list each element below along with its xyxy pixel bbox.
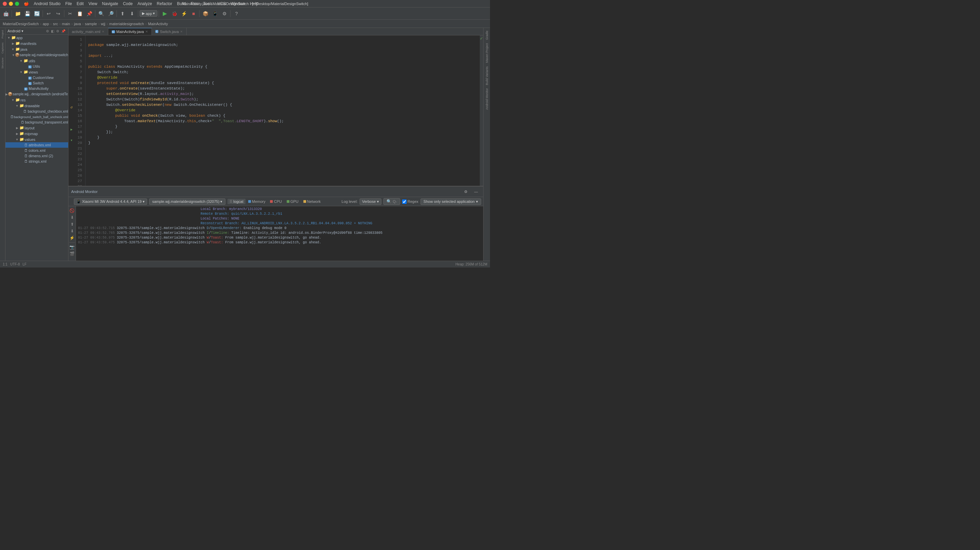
code-editor[interactable]: package sample.wjj.materialdesignswitch;… xyxy=(86,35,483,186)
log-level-selector[interactable]: Verbose ▾ xyxy=(360,199,381,205)
down-icon[interactable]: ⬇ xyxy=(70,228,75,234)
screenshot-icon[interactable]: 📷 xyxy=(69,244,75,250)
bc-sample[interactable]: sample xyxy=(85,22,97,26)
log-output[interactable]: Local Branch: mybranch/1313320 Remote Br… xyxy=(76,206,483,261)
maximize-button[interactable] xyxy=(15,2,19,6)
tab-activity-main-xml[interactable]: activity_main.xml ✕ xyxy=(68,28,108,35)
tree-item-bg-checkbox[interactable]: 🗒 background_checkbox.xml xyxy=(5,108,68,114)
tree-item-drawable[interactable]: ▼ 📁 drawable xyxy=(5,103,68,108)
toolbar-cut-btn[interactable]: ✂ xyxy=(66,9,75,18)
bottom-hide-btn[interactable]: — xyxy=(472,187,480,196)
up-icon[interactable]: ⬆ xyxy=(70,221,75,227)
log-tab-logcat[interactable]: ☰ logcat xyxy=(228,199,245,204)
bc-mainactivity[interactable]: MainActivity xyxy=(148,22,168,26)
toolbar-paste-btn[interactable]: 📌 xyxy=(85,9,94,18)
toolbar-redo-btn[interactable]: ↪ xyxy=(54,9,63,18)
tree-settings-icon[interactable]: ⚙ xyxy=(56,29,60,33)
tree-item-res[interactable]: ▼ 📁 res xyxy=(5,97,68,103)
tree-item-androidtest[interactable]: ▶ 📦 sample.wjj...designswitch (androidTe… xyxy=(5,91,68,97)
mac-edit-menu[interactable]: Edit xyxy=(75,1,86,7)
app-selector[interactable]: sample.wjj.materialdesignswitch (32075) … xyxy=(149,199,226,205)
video-icon[interactable]: 🎬 xyxy=(69,251,75,257)
captures-icon[interactable]: Captures xyxy=(1,40,5,56)
toolbar-copy-btn[interactable]: 📋 xyxy=(75,9,84,18)
toolbar-sdk-btn[interactable]: 📦 xyxy=(201,9,210,18)
tree-item-views-folder[interactable]: ▼ 📁 views xyxy=(5,69,68,75)
log-tab-network[interactable]: Network xyxy=(301,199,323,204)
mac-file-menu[interactable]: File xyxy=(63,1,74,7)
mac-navigate-menu[interactable]: Navigate xyxy=(100,1,120,7)
mac-view-menu[interactable]: View xyxy=(86,1,99,7)
tree-item-mainactivity[interactable]: C MainActivity xyxy=(5,86,68,91)
android-dropdown[interactable]: Android ▾ xyxy=(8,29,24,33)
mac-code-menu[interactable]: Code xyxy=(121,1,135,7)
toolbar-app-selector[interactable]: ▶app▾ xyxy=(140,10,158,17)
toolbar-settings-btn[interactable]: ⚙ xyxy=(220,9,229,18)
close-button[interactable] xyxy=(3,2,7,6)
tree-item-utils-folder[interactable]: ▼ 📁 utils xyxy=(5,58,68,64)
tree-collapse-icon[interactable]: ◧ xyxy=(50,29,55,33)
clear-log-icon[interactable]: 🚫 xyxy=(69,208,75,214)
device-selector[interactable]: 📱 Xiaomi MI 3W Android 4.4.4, API 19 ▾ xyxy=(74,199,147,205)
apple-menu[interactable]: 🍎 xyxy=(22,1,31,7)
bc-app[interactable]: app xyxy=(43,22,49,26)
toolbar-vcs-pull-btn[interactable]: ⬇ xyxy=(128,9,137,18)
toolbar-replace-btn[interactable]: 🔎 xyxy=(106,9,115,18)
bc-wjj[interactable]: wjj xyxy=(101,22,105,26)
tree-item-colors[interactable]: 🗒 colors.xml xyxy=(5,148,68,153)
tree-item-manifests[interactable]: ▶ 📁 manifests xyxy=(5,40,68,46)
gradle-icon[interactable]: Gradle xyxy=(485,29,489,41)
tree-item-switch[interactable]: C Switch xyxy=(5,80,68,86)
toolbar-help-btn[interactable]: ? xyxy=(232,9,241,18)
toolbar-profile-btn[interactable]: ⚡ xyxy=(180,9,188,18)
tree-item-bg-switch[interactable]: 🗒 background_switch_ball_uncheck.xml xyxy=(5,114,68,119)
log-tab-gpu[interactable]: GPU xyxy=(285,199,301,204)
maven-icon[interactable]: Maven Project xyxy=(485,42,489,64)
tree-item-pkg[interactable]: ▼ 📦 sample.wjj.materialdesignswitch xyxy=(5,52,68,58)
toolbar-android-icon[interactable]: 🤖 xyxy=(2,9,10,18)
variants-icon[interactable]: Build Variants xyxy=(485,65,489,86)
log-tab-memory[interactable]: Memory xyxy=(246,199,268,204)
tab-close-switch[interactable]: ✕ xyxy=(180,30,183,33)
bc-main[interactable]: main xyxy=(62,22,70,26)
show-only-btn[interactable]: Show only selected application ▾ xyxy=(420,199,481,205)
bottom-settings-btn[interactable]: ⚙ xyxy=(461,187,470,196)
toolbar-avd-btn[interactable]: 📱 xyxy=(210,9,219,18)
toolbar-stop-btn[interactable]: ■ xyxy=(189,9,198,18)
bc-materialdesignswitch[interactable]: MaterialDesignSwitch xyxy=(3,22,39,26)
bc-java[interactable]: java xyxy=(74,22,81,26)
app-name[interactable]: Android Studio xyxy=(32,1,63,7)
tab-close-mainactivity[interactable]: ✕ xyxy=(145,30,148,33)
filter-icon[interactable]: ⚡ xyxy=(69,235,75,241)
toolbar-sync-btn[interactable]: 🔄 xyxy=(32,9,41,18)
project-icon[interactable]: Project xyxy=(1,28,5,40)
tree-pin-icon[interactable]: 📌 xyxy=(60,29,66,33)
toolbar-find-btn[interactable]: 🔍 xyxy=(97,9,105,18)
scroll-end-icon[interactable]: ⬇ xyxy=(70,215,75,221)
tree-item-dimens[interactable]: 🗒 dimens.xml (2) xyxy=(5,153,68,159)
tree-item-bg-transparent[interactable]: 🗒 background_transparent.xml xyxy=(5,119,68,125)
minimize-button[interactable] xyxy=(9,2,13,6)
tree-item-layout[interactable]: ▶ 📁 layout xyxy=(5,125,68,131)
tree-item-utils-class[interactable]: C Utils xyxy=(5,64,68,69)
tree-item-java[interactable]: ▼ 📁 java xyxy=(5,46,68,52)
tree-item-customview[interactable]: C CustomView xyxy=(5,75,68,80)
tree-item-values[interactable]: ▼ 📁 values xyxy=(5,137,68,142)
bc-src[interactable]: src xyxy=(53,22,58,26)
toolbar-open-btn[interactable]: 📁 xyxy=(13,9,22,18)
toolbar-vcs-btn[interactable]: ⬆ xyxy=(118,9,127,18)
tree-item-attributes[interactable]: 🗒 attributes.xml xyxy=(5,142,68,148)
tree-item-mipmap[interactable]: ▶ 📁 mipmap xyxy=(5,131,68,137)
tab-switch-java[interactable]: C Switch.java ✕ xyxy=(152,28,186,35)
tab-close-activity-main[interactable]: ✕ xyxy=(102,30,105,33)
log-tab-cpu[interactable]: CPU xyxy=(268,199,284,204)
traffic-lights[interactable] xyxy=(3,2,19,6)
mac-analyze-menu[interactable]: Analyze xyxy=(135,1,154,7)
structure-icon[interactable]: Structure xyxy=(1,56,5,70)
toolbar-save-btn[interactable]: 💾 xyxy=(23,9,32,18)
tree-item-app[interactable]: ▼ 📁 app xyxy=(5,35,68,40)
mac-refactor-menu[interactable]: Refactor xyxy=(154,1,174,7)
toolbar-undo-btn[interactable]: ↩ xyxy=(44,9,53,18)
tree-sync-icon[interactable]: ⚙ xyxy=(45,29,50,33)
tree-item-strings[interactable]: 🗒 strings.xml xyxy=(5,159,68,164)
